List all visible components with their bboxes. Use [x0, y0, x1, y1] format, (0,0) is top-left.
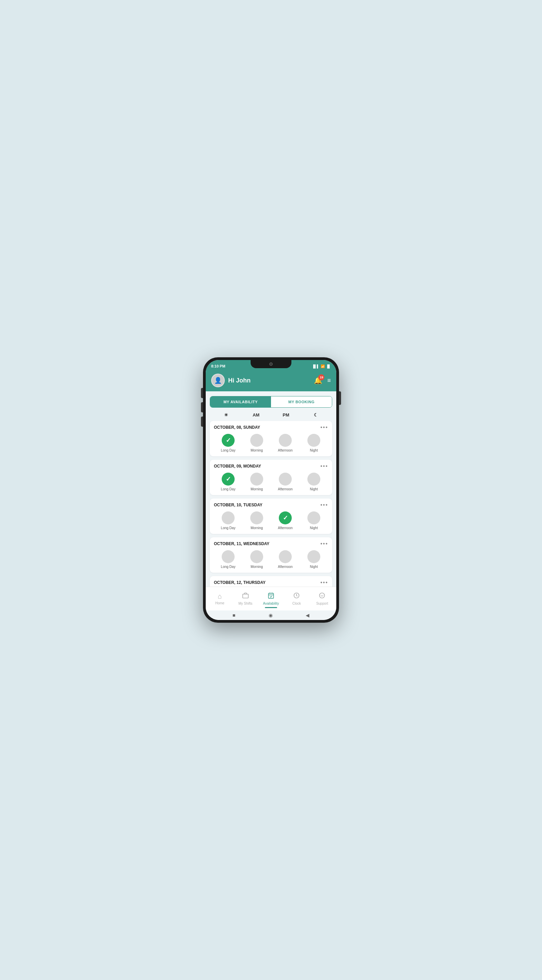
shift-item-1-0[interactable]: ✓Long Day [214, 473, 242, 491]
wifi-icon: 📶 [321, 364, 325, 368]
header-left: 👤 Hi John [211, 374, 250, 387]
day-header-2: OCTOBER, 10, TUESDAY••• [214, 502, 328, 508]
shift-label-3-1: Morning [250, 565, 263, 569]
day-card-1: OCTOBER, 09, MONDAY•••✓Long DayMorningAf… [210, 460, 332, 495]
power-button [339, 391, 341, 405]
shift-label-0-2: Afternoon [278, 449, 292, 452]
phone-screen: 8:10 PM ▐▌▌ 📶 ▐▌ 👤 Hi John 🔔 19 ≡ [206, 360, 336, 620]
android-back-btn[interactable]: ◀ [306, 612, 309, 618]
day-more-3[interactable]: ••• [320, 541, 328, 547]
day-header-3: OCTOBER, 11, WEDNESDAY••• [214, 541, 328, 547]
shift-circle-3-2 [279, 550, 292, 563]
shift-item-2-0[interactable]: Long Day [214, 511, 242, 530]
tab-bar: MY AVAILABILITY MY BOOKING [210, 396, 332, 408]
shift-label-3-2: Afternoon [278, 565, 292, 569]
clock-icon [293, 592, 300, 601]
battery-icon: ▐▌ [326, 364, 331, 368]
day-header-4: OCTOBER, 12, THURSDAY••• [214, 579, 328, 585]
shift-label-0-0: Long Day [221, 449, 236, 452]
shift-circle-2-1 [250, 511, 263, 524]
shift-item-2-1[interactable]: Morning [242, 511, 271, 530]
shift-row-0: ✓Long DayMorningAfternoonNight [214, 434, 328, 452]
android-home-btn[interactable]: ◉ [269, 612, 273, 618]
day-more-2[interactable]: ••• [320, 502, 328, 508]
volume-up-button [201, 388, 203, 398]
shift-item-3-1[interactable]: Morning [242, 550, 271, 569]
nav-support-label: Support [316, 601, 328, 605]
shift-circle-1-2 [279, 473, 292, 485]
day-card-0: OCTOBER, 08, SUNDAY•••✓Long DayMorningAf… [210, 421, 332, 456]
shift-item-0-0[interactable]: ✓Long Day [214, 434, 242, 452]
shift-circle-2-2: ✓ [279, 511, 292, 524]
android-nav: ■ ◉ ◀ [206, 611, 336, 620]
hamburger-menu-icon[interactable]: ≡ [327, 377, 331, 383]
day-more-1[interactable]: ••• [320, 463, 328, 469]
shift-row-3: Long DayMorningAfternoonNight [214, 550, 328, 569]
notification-bell[interactable]: 🔔 19 [314, 376, 322, 385]
avatar[interactable]: 👤 [211, 374, 225, 387]
main-content: MY AVAILABILITY MY BOOKING ☀ AM PM ☾ OCT… [206, 391, 336, 587]
day-card-3: OCTOBER, 11, WEDNESDAY•••Long DayMorning… [210, 537, 332, 573]
nav-clock[interactable]: Clock [284, 592, 309, 605]
briefcase-icon [242, 592, 249, 601]
shift-circle-2-3 [307, 511, 320, 524]
nav-availability-label: Availability [263, 601, 279, 605]
shift-item-1-2[interactable]: Afternoon [271, 473, 300, 491]
shift-item-3-2[interactable]: Afternoon [271, 550, 300, 569]
shift-label-2-0: Long Day [221, 526, 236, 530]
nav-shifts-label: My Shifts [238, 601, 252, 605]
bottom-nav: ⌂ Home My Shifts Availability [206, 587, 336, 611]
volume-down-button [201, 402, 203, 412]
day-more-4[interactable]: ••• [320, 579, 328, 585]
shift-item-1-1[interactable]: Morning [242, 473, 271, 491]
nav-clock-label: Clock [292, 601, 301, 605]
notch [250, 360, 292, 368]
column-headers: ☀ AM PM ☾ [210, 412, 332, 417]
header-right: 🔔 19 ≡ [314, 376, 331, 385]
day-title-1: OCTOBER, 09, MONDAY [214, 464, 261, 469]
shift-item-3-0[interactable]: Long Day [214, 550, 242, 569]
shift-circle-0-2 [279, 434, 292, 447]
shift-circle-3-3 [307, 550, 320, 563]
nav-support[interactable]: Support [309, 592, 335, 605]
shift-item-2-2[interactable]: ✓Afternoon [271, 511, 300, 530]
day-header-1: OCTOBER, 09, MONDAY••• [214, 463, 328, 469]
shift-item-0-2[interactable]: Afternoon [271, 434, 300, 452]
col-header-am: AM [241, 412, 271, 417]
day-title-2: OCTOBER, 10, TUESDAY [214, 503, 263, 508]
shift-circle-1-0: ✓ [222, 473, 235, 485]
day-more-0[interactable]: ••• [320, 424, 328, 430]
shift-label-2-2: Afternoon [278, 526, 292, 530]
svg-point-6 [296, 595, 297, 596]
tab-my-booking[interactable]: MY BOOKING [271, 396, 332, 407]
active-tab-indicator [265, 607, 277, 608]
nav-my-shifts[interactable]: My Shifts [233, 592, 258, 605]
day-card-2: OCTOBER, 10, TUESDAY•••Long DayMorning✓A… [210, 498, 332, 534]
day-title-3: OCTOBER, 11, WEDNESDAY [214, 541, 269, 546]
shift-item-3-3[interactable]: Night [300, 550, 328, 569]
shift-item-1-3[interactable]: Night [300, 473, 328, 491]
day-title-4: OCTOBER, 12, THURSDAY [214, 580, 266, 585]
shift-label-2-1: Morning [250, 526, 263, 530]
nav-home[interactable]: ⌂ Home [207, 592, 233, 605]
shift-label-1-0: Long Day [221, 487, 236, 491]
greeting-text: Hi John [228, 377, 250, 384]
tab-my-availability[interactable]: MY AVAILABILITY [210, 396, 271, 407]
shift-label-3-0: Long Day [221, 565, 236, 569]
calendar-check-icon [268, 592, 274, 601]
whatsapp-icon [319, 592, 325, 601]
col-header-moon: ☾ [301, 412, 331, 417]
shift-label-1-3: Night [310, 487, 318, 491]
shift-item-2-3[interactable]: Night [300, 511, 328, 530]
shift-item-0-3[interactable]: Night [300, 434, 328, 452]
shift-item-0-1[interactable]: Morning [242, 434, 271, 452]
android-square-btn[interactable]: ■ [233, 612, 235, 618]
nav-availability[interactable]: Availability [258, 592, 284, 605]
shift-row-1: ✓Long DayMorningAfternoonNight [214, 473, 328, 491]
shift-label-1-2: Afternoon [278, 487, 292, 491]
checkmark-2-2: ✓ [283, 514, 288, 522]
signal-icon: ▐▌▌ [312, 364, 319, 368]
shift-circle-0-3 [307, 434, 320, 447]
day-header-0: OCTOBER, 08, SUNDAY••• [214, 424, 328, 430]
svg-rect-0 [242, 594, 248, 598]
